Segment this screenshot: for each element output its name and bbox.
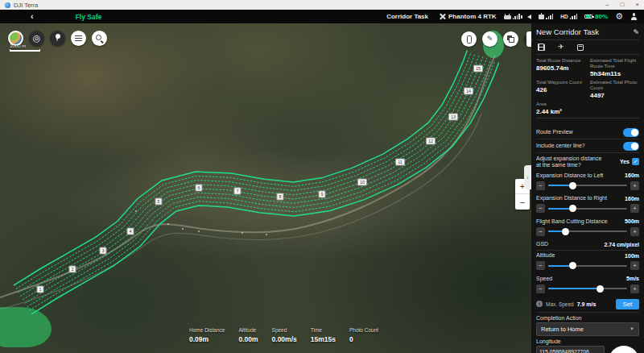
scale-label: 1000 m [10,44,40,48]
longitude-input[interactable] [536,346,605,353]
stat-waypoint-count: Total Waypoint Count426 [536,80,585,99]
station-signal-bars-icon [546,14,553,19]
info-icon: i [536,301,543,307]
expand-left-slider: − + [536,179,639,193]
plus-button[interactable]: + [630,181,639,190]
minus-button[interactable]: − [536,284,545,293]
waypoint-label[interactable]: 2 [68,266,76,273]
map-field [0,307,52,347]
list-icon [75,35,82,42]
minus-button[interactable]: − [536,204,545,213]
minimize-icon[interactable]: – [605,1,609,9]
search-icon [96,35,104,43]
slider-handle[interactable] [569,182,576,189]
user-icon[interactable] [630,13,638,20]
device-icon [467,35,472,44]
hd-signal-status[interactable]: HD [560,14,577,19]
adjust-same-label: Adjust expansion distance at the same ti… [536,156,605,168]
waypoint-label[interactable]: 14 [464,88,473,95]
aircraft-selector[interactable]: Phantom 4 RTK [439,13,497,20]
center-line-toggle[interactable] [623,142,639,151]
slider-handle[interactable] [562,228,569,235]
waypoint-label[interactable]: 11 [395,159,405,166]
minus-button[interactable]: − [536,227,545,236]
waypoint-label[interactable]: 12 [426,138,436,145]
telemetry-home-distance: Home Distance0.09m [189,327,225,343]
draw-icon: ✎ [487,35,493,43]
slider-handle[interactable] [569,262,576,269]
max-speed-value: 7.9 m/s [577,301,613,307]
station-signal-status[interactable] [539,14,553,19]
slider-handle[interactable] [597,285,604,293]
plus-button[interactable]: + [630,204,639,213]
slider-handle[interactable] [569,205,576,212]
save-icon[interactable] [538,44,545,51]
plus-button[interactable]: + [630,261,639,270]
waypoint-label[interactable]: 1 [36,286,43,293]
sidebar-collapse-handle[interactable]: › [524,165,531,189]
set-button[interactable]: Set [616,299,639,309]
minus-button[interactable]: − [536,181,545,190]
plus-button[interactable]: + [630,284,639,293]
waypoint-label[interactable]: 10 [357,179,367,186]
waypoint-label[interactable]: 4 [126,228,134,235]
task-type-label: Corridor Task [386,13,428,20]
completion-action-value: Return to Home [541,326,584,333]
stat-photo-count: Estimated Total Photo Count4497 [590,80,639,99]
hd-label: HD [560,14,568,19]
upload-aircraft-icon[interactable]: ✈ [558,44,564,51]
altitude-label: Altitude [536,252,555,259]
fly-safe-link[interactable]: Fly Safe [76,13,102,21]
device-button[interactable] [461,31,477,47]
valley-road [0,56,495,297]
battery-status[interactable]: 80% [584,13,608,20]
waypoint-label[interactable]: 9 [318,191,325,198]
waypoint-label[interactable]: 3 [99,247,106,255]
back-button[interactable]: ‹ [31,10,34,23]
center-line-label: Include center line? [536,143,585,149]
locate-icon: ◎ [33,34,41,43]
waypoint-label[interactable]: 6 [195,185,202,192]
close-icon[interactable]: × [635,1,639,9]
speed-label: Speed [536,276,552,282]
plus-button[interactable]: + [630,227,639,236]
model-box-icon[interactable] [577,44,584,51]
app-topbar: ‹ Fly Safe Corridor Task Phantom 4 RTK H… [0,10,644,23]
waypoint-label[interactable]: 7 [233,188,241,195]
speaker-icon[interactable] [527,15,531,19]
adjust-same-checkbox[interactable]: ✓ [632,158,639,165]
window-titlebar: DJI Terra – □ × [0,0,644,10]
waypoint-label[interactable]: 8 [276,193,283,201]
max-speed-label: Max. Speed [546,301,574,307]
waypoint-label[interactable]: 5 [155,198,162,206]
map-canvas[interactable]: 123456789101112131415 ◎ ✎ ▲ [0,23,644,353]
route-preview-toggle[interactable] [623,128,639,137]
station-icon [539,15,544,19]
chevron-down-icon: ▼ [630,326,634,331]
edit-icon[interactable]: ✎ [633,28,639,36]
draw-button[interactable]: ✎ [482,31,497,47]
telemetry-photo-count: Photo Count0 [349,327,378,343]
maximize-icon[interactable]: □ [620,1,624,9]
shapes-button[interactable] [503,31,518,47]
settings-gear-icon[interactable]: ⚙ [615,12,623,21]
stat-area: Area2.44 km² [536,102,585,115]
speed-slider: − + [536,282,639,297]
list-button[interactable] [71,31,86,46]
band-cutting-value: 500m [625,218,639,224]
window-title: DJI Terra [14,2,38,9]
waypoint-label[interactable]: 15 [473,65,483,73]
corridor-flight-lines [14,51,499,314]
rc-signal-status[interactable] [504,14,520,19]
task-title: New Corridor Task [536,27,599,36]
waypoint-label[interactable]: 13 [448,114,458,121]
altitude-slider: − + [536,259,639,273]
map-scale: 1000 m [10,44,40,52]
battery-percent: 80% [595,13,608,20]
pin-button[interactable] [50,31,65,46]
search-button[interactable] [92,31,107,46]
completion-action-select[interactable]: Return to Home ▼ [536,322,639,336]
app-logo-icon [5,2,10,8]
zoom-out-button[interactable]: − [515,194,530,210]
minus-button[interactable]: − [536,261,545,270]
